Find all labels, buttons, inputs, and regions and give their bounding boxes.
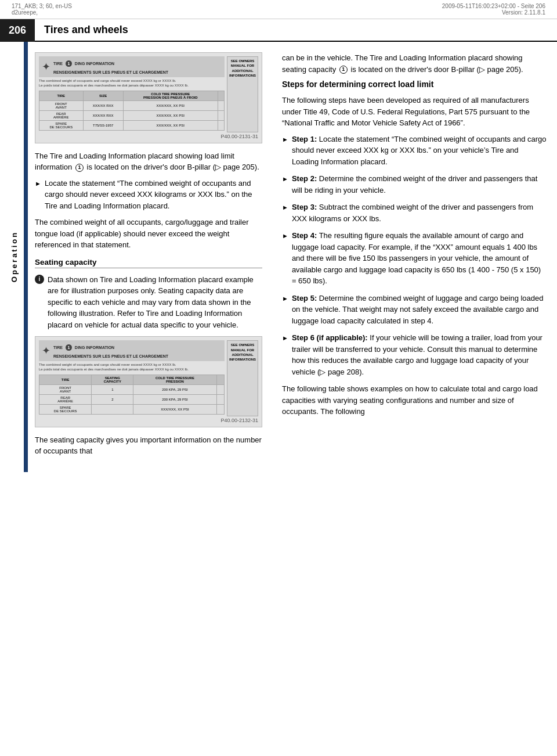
placard-2-row-spare: SPAREDE SECOURS XXX/XXX, XX PSI [39, 404, 225, 414]
page-number: 206 [0, 19, 35, 42]
placard-2-warning: The combined weight of occupants and car… [39, 363, 225, 372]
left-para-2: The combined weight of all occupants, ca… [35, 217, 262, 251]
mercedes-star-icon: ✦ [42, 60, 50, 73]
seating-capacity-heading: Seating capacity [35, 258, 262, 268]
placard-2-main: ✦ TIRE 1 DING INFORMATION RENSEIGNEMENTS… [39, 340, 225, 416]
operation-label: Operation [10, 231, 19, 282]
placard-table: TIRE SIZE COLD TIRE PRESSUREPRESSION DES… [39, 91, 225, 131]
step-1-arrow-icon: ► [282, 135, 288, 168]
placard-col-size: SIZE [83, 91, 123, 100]
placard-side-info: SEE OWNERSMANUAL FORADDITIONALINFORMATIO… [227, 56, 258, 132]
step-6: ► Step 6 (if applicable): If your vehicl… [282, 332, 547, 377]
placard-row-rear: REARARRIÈRE XXX/XX RXX XXX/XXX, XX PSI [39, 110, 225, 120]
blue-bar [24, 42, 28, 472]
step-3-arrow-icon: ► [282, 203, 288, 224]
placard-2-side-info: SEE OWNERSMANUAL FORADDITIONALINFORMATIO… [227, 340, 258, 416]
circle-r-inline: 1 [339, 66, 348, 74]
section-title: Tires and wheels [35, 19, 557, 42]
steps-heading: Steps for determining correct load limit [282, 80, 547, 89]
meta-bar: 171_AKB; 3; 60, en-US d2ureepe, 2009-05-… [0, 0, 557, 19]
placard-2: ✦ TIRE 1 DING INFORMATION RENSEIGNEMENTS… [35, 336, 262, 427]
placard-2-title-area: TIRE 1 DING INFORMATION RENSEIGNEMENTS S… [53, 342, 168, 359]
step-4: ► Step 4: The resulting figure equals th… [282, 230, 547, 287]
main-content: ✦ TIRE 1 DING INFORMATION RENSEIGNEMENTS… [28, 42, 557, 472]
main-header: 206 Tires and wheels [0, 19, 557, 42]
right-column: can be in the vehicle. The Tire and Load… [272, 42, 557, 472]
right-intro-para: can be in the vehicle. The Tire and Load… [282, 52, 547, 75]
circle-2-icon: 1 [66, 344, 72, 351]
step-5-text: Determine the combined weight of luggage… [292, 294, 544, 325]
step-2-label: Step 2: [292, 174, 317, 183]
step-4-label: Step 4: [292, 231, 317, 240]
placard-2-flex: ✦ TIRE 1 DING INFORMATION RENSEIGNEMENTS… [39, 340, 258, 416]
meta-right: 2009-05-11T16:00:23+02:00 - Seite 206 Ve… [278, 3, 545, 16]
step-6-arrow-icon: ► [282, 333, 288, 377]
steps-intro: The following steps have been developed … [282, 95, 547, 129]
placard-warning: The combined weight of occupants and car… [39, 79, 225, 88]
info-note: i Data shown on Tire and Loading Informa… [35, 274, 262, 331]
step-6-label: Step 6 (if applicable): [292, 333, 368, 342]
arrow-icon: ► [35, 179, 41, 212]
step-2-text: Determine the combined weight of the dri… [292, 174, 537, 195]
step-2-arrow-icon: ► [282, 174, 288, 196]
step-4-arrow-icon: ► [282, 231, 288, 287]
placard-1-ref: P40.00-2131-31 [39, 134, 258, 139]
step-1-text: Locate the statement “The combined weigh… [292, 135, 547, 166]
placard-1-main: ✦ TIRE 1 DING INFORMATION RENSEIGNEMENTS… [39, 56, 225, 132]
step-5-arrow-icon: ► [282, 294, 288, 327]
placard-2-top-bar: ✦ TIRE 1 DING INFORMATION RENSEIGNEMENTS… [39, 340, 225, 361]
placard-title-area: TIRE 1 DING INFORMATION RENSEIGNEMENTS S… [53, 58, 168, 75]
step-1: ► Step 1: Locate the statement “The comb… [282, 134, 547, 168]
step-3-text: Subtract the combined weight of the driv… [292, 203, 533, 223]
step-3: ► Step 3: Subtract the combined weight o… [282, 201, 547, 224]
left-para-1: The Tire and Loading Information placard… [35, 150, 262, 173]
step-4-text: The resulting figure equals the availabl… [292, 231, 541, 285]
placard-col-pressure: COLD TIRE PRESSUREPRESSION DES PNEUS À F… [123, 91, 218, 100]
step-3-label: Step 3: [292, 203, 317, 211]
step-5: ► Step 5: Determine the combined weight … [282, 293, 547, 327]
step-2: ► Step 2: Determine the combined weight … [282, 173, 547, 196]
circle-1-inline: 1 [75, 164, 84, 172]
placard-1: ✦ TIRE 1 DING INFORMATION RENSEIGNEMENTS… [35, 52, 262, 143]
placard-2-row-front: FRONTAVANT 1 200 KPA, 29 PSI [39, 384, 225, 394]
placard-2-table: TIRE SEATINGCAPACITY COLD TIRE PRESSUREP… [39, 375, 225, 415]
placard-2-row-rear: REARARRIÈRE 2 200 KPA, 29 PSI [39, 394, 225, 404]
step-5-label: Step 5: [292, 294, 317, 303]
page: 171_AKB; 3; 60, en-US d2ureepe, 2009-05-… [0, 0, 557, 472]
bullet-1: ► Locate the statement “The combined wei… [35, 178, 262, 212]
placard-1-flex: ✦ TIRE 1 DING INFORMATION RENSEIGNEMENTS… [39, 56, 258, 132]
placard-top-bar: ✦ TIRE 1 DING INFORMATION RENSEIGNEMENTS… [39, 56, 225, 77]
placard-col-tire: TIRE [39, 91, 84, 100]
mercedes-star-2-icon: ✦ [42, 344, 50, 357]
placard-row-spare: SPAREDE SECOURS T75/SS-1957 XXX/XXX, XX … [39, 120, 225, 130]
body-wrapper: Operation ✦ TIRE 1 DING INFORMATION [0, 42, 557, 472]
step-1-label: Step 1: [292, 135, 317, 143]
left-column: ✦ TIRE 1 DING INFORMATION RENSEIGNEMENTS… [28, 42, 272, 472]
sidebar-strip: Operation [0, 42, 28, 472]
right-final-para: The following table shows examples on ho… [282, 383, 547, 417]
placard-col-extra [218, 91, 224, 100]
placard-row-front: FRONTAVANT XXX/XX RXX XXX/XXX, XX PSI [39, 100, 225, 110]
meta-left: 171_AKB; 3; 60, en-US d2ureepe, [12, 3, 278, 16]
info-icon: i [35, 275, 44, 284]
circle-1-icon: 1 [66, 60, 72, 67]
left-para-3: The seating capacity gives you important… [35, 434, 262, 457]
placard-2-ref: P40.00-2132-31 [39, 417, 258, 423]
